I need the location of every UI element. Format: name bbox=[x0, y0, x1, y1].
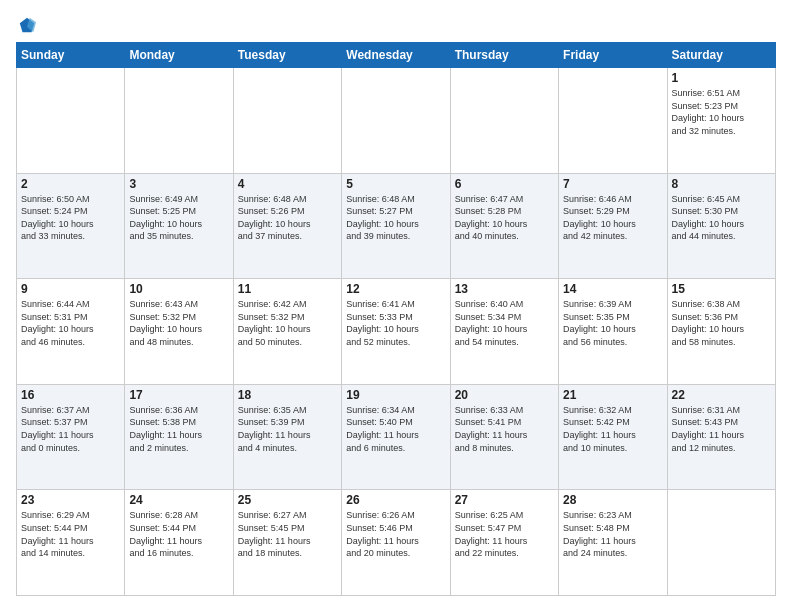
header bbox=[16, 16, 776, 34]
day-info: Sunrise: 6:33 AM Sunset: 5:41 PM Dayligh… bbox=[455, 404, 554, 454]
calendar-cell: 8Sunrise: 6:45 AM Sunset: 5:30 PM Daylig… bbox=[667, 173, 775, 279]
calendar-cell: 28Sunrise: 6:23 AM Sunset: 5:48 PM Dayli… bbox=[559, 490, 667, 596]
calendar-cell: 21Sunrise: 6:32 AM Sunset: 5:42 PM Dayli… bbox=[559, 384, 667, 490]
day-number: 10 bbox=[129, 282, 228, 296]
calendar-cell: 11Sunrise: 6:42 AM Sunset: 5:32 PM Dayli… bbox=[233, 279, 341, 385]
day-info: Sunrise: 6:49 AM Sunset: 5:25 PM Dayligh… bbox=[129, 193, 228, 243]
day-number: 2 bbox=[21, 177, 120, 191]
calendar-cell bbox=[17, 68, 125, 174]
day-number: 24 bbox=[129, 493, 228, 507]
day-info: Sunrise: 6:26 AM Sunset: 5:46 PM Dayligh… bbox=[346, 509, 445, 559]
day-number: 14 bbox=[563, 282, 662, 296]
weekday-header-sunday: Sunday bbox=[17, 43, 125, 68]
calendar-cell: 10Sunrise: 6:43 AM Sunset: 5:32 PM Dayli… bbox=[125, 279, 233, 385]
day-number: 21 bbox=[563, 388, 662, 402]
day-info: Sunrise: 6:34 AM Sunset: 5:40 PM Dayligh… bbox=[346, 404, 445, 454]
calendar-cell bbox=[342, 68, 450, 174]
day-number: 20 bbox=[455, 388, 554, 402]
day-info: Sunrise: 6:25 AM Sunset: 5:47 PM Dayligh… bbox=[455, 509, 554, 559]
weekday-header-saturday: Saturday bbox=[667, 43, 775, 68]
logo bbox=[16, 16, 36, 34]
day-info: Sunrise: 6:37 AM Sunset: 5:37 PM Dayligh… bbox=[21, 404, 120, 454]
page: SundayMondayTuesdayWednesdayThursdayFrid… bbox=[0, 0, 792, 612]
weekday-header-monday: Monday bbox=[125, 43, 233, 68]
day-info: Sunrise: 6:27 AM Sunset: 5:45 PM Dayligh… bbox=[238, 509, 337, 559]
calendar-week-row: 1Sunrise: 6:51 AM Sunset: 5:23 PM Daylig… bbox=[17, 68, 776, 174]
day-number: 12 bbox=[346, 282, 445, 296]
day-number: 4 bbox=[238, 177, 337, 191]
logo-icon bbox=[18, 16, 36, 34]
calendar-cell: 22Sunrise: 6:31 AM Sunset: 5:43 PM Dayli… bbox=[667, 384, 775, 490]
day-number: 3 bbox=[129, 177, 228, 191]
day-info: Sunrise: 6:50 AM Sunset: 5:24 PM Dayligh… bbox=[21, 193, 120, 243]
day-number: 5 bbox=[346, 177, 445, 191]
day-number: 7 bbox=[563, 177, 662, 191]
calendar-cell: 9Sunrise: 6:44 AM Sunset: 5:31 PM Daylig… bbox=[17, 279, 125, 385]
day-info: Sunrise: 6:28 AM Sunset: 5:44 PM Dayligh… bbox=[129, 509, 228, 559]
day-info: Sunrise: 6:31 AM Sunset: 5:43 PM Dayligh… bbox=[672, 404, 771, 454]
day-number: 1 bbox=[672, 71, 771, 85]
day-info: Sunrise: 6:41 AM Sunset: 5:33 PM Dayligh… bbox=[346, 298, 445, 348]
weekday-header-wednesday: Wednesday bbox=[342, 43, 450, 68]
day-number: 18 bbox=[238, 388, 337, 402]
day-number: 25 bbox=[238, 493, 337, 507]
day-number: 22 bbox=[672, 388, 771, 402]
day-info: Sunrise: 6:40 AM Sunset: 5:34 PM Dayligh… bbox=[455, 298, 554, 348]
calendar-cell bbox=[233, 68, 341, 174]
day-number: 28 bbox=[563, 493, 662, 507]
calendar-week-row: 2Sunrise: 6:50 AM Sunset: 5:24 PM Daylig… bbox=[17, 173, 776, 279]
calendar-cell: 27Sunrise: 6:25 AM Sunset: 5:47 PM Dayli… bbox=[450, 490, 558, 596]
day-info: Sunrise: 6:47 AM Sunset: 5:28 PM Dayligh… bbox=[455, 193, 554, 243]
day-info: Sunrise: 6:29 AM Sunset: 5:44 PM Dayligh… bbox=[21, 509, 120, 559]
day-number: 8 bbox=[672, 177, 771, 191]
calendar-cell bbox=[667, 490, 775, 596]
calendar-cell: 19Sunrise: 6:34 AM Sunset: 5:40 PM Dayli… bbox=[342, 384, 450, 490]
calendar-table: SundayMondayTuesdayWednesdayThursdayFrid… bbox=[16, 42, 776, 596]
day-info: Sunrise: 6:45 AM Sunset: 5:30 PM Dayligh… bbox=[672, 193, 771, 243]
calendar-cell: 4Sunrise: 6:48 AM Sunset: 5:26 PM Daylig… bbox=[233, 173, 341, 279]
calendar-cell: 17Sunrise: 6:36 AM Sunset: 5:38 PM Dayli… bbox=[125, 384, 233, 490]
day-info: Sunrise: 6:35 AM Sunset: 5:39 PM Dayligh… bbox=[238, 404, 337, 454]
day-number: 15 bbox=[672, 282, 771, 296]
calendar-cell: 5Sunrise: 6:48 AM Sunset: 5:27 PM Daylig… bbox=[342, 173, 450, 279]
day-number: 27 bbox=[455, 493, 554, 507]
calendar-cell: 16Sunrise: 6:37 AM Sunset: 5:37 PM Dayli… bbox=[17, 384, 125, 490]
weekday-header-row: SundayMondayTuesdayWednesdayThursdayFrid… bbox=[17, 43, 776, 68]
calendar-cell bbox=[559, 68, 667, 174]
day-info: Sunrise: 6:32 AM Sunset: 5:42 PM Dayligh… bbox=[563, 404, 662, 454]
weekday-header-thursday: Thursday bbox=[450, 43, 558, 68]
day-number: 6 bbox=[455, 177, 554, 191]
day-info: Sunrise: 6:42 AM Sunset: 5:32 PM Dayligh… bbox=[238, 298, 337, 348]
day-info: Sunrise: 6:36 AM Sunset: 5:38 PM Dayligh… bbox=[129, 404, 228, 454]
day-info: Sunrise: 6:46 AM Sunset: 5:29 PM Dayligh… bbox=[563, 193, 662, 243]
day-number: 23 bbox=[21, 493, 120, 507]
day-number: 9 bbox=[21, 282, 120, 296]
weekday-header-tuesday: Tuesday bbox=[233, 43, 341, 68]
day-info: Sunrise: 6:48 AM Sunset: 5:26 PM Dayligh… bbox=[238, 193, 337, 243]
calendar-week-row: 23Sunrise: 6:29 AM Sunset: 5:44 PM Dayli… bbox=[17, 490, 776, 596]
calendar-week-row: 9Sunrise: 6:44 AM Sunset: 5:31 PM Daylig… bbox=[17, 279, 776, 385]
day-info: Sunrise: 6:48 AM Sunset: 5:27 PM Dayligh… bbox=[346, 193, 445, 243]
calendar-cell: 2Sunrise: 6:50 AM Sunset: 5:24 PM Daylig… bbox=[17, 173, 125, 279]
calendar-cell: 14Sunrise: 6:39 AM Sunset: 5:35 PM Dayli… bbox=[559, 279, 667, 385]
calendar-cell bbox=[125, 68, 233, 174]
day-info: Sunrise: 6:51 AM Sunset: 5:23 PM Dayligh… bbox=[672, 87, 771, 137]
calendar-cell: 25Sunrise: 6:27 AM Sunset: 5:45 PM Dayli… bbox=[233, 490, 341, 596]
day-number: 26 bbox=[346, 493, 445, 507]
day-info: Sunrise: 6:38 AM Sunset: 5:36 PM Dayligh… bbox=[672, 298, 771, 348]
day-info: Sunrise: 6:23 AM Sunset: 5:48 PM Dayligh… bbox=[563, 509, 662, 559]
day-number: 11 bbox=[238, 282, 337, 296]
day-info: Sunrise: 6:39 AM Sunset: 5:35 PM Dayligh… bbox=[563, 298, 662, 348]
calendar-cell: 6Sunrise: 6:47 AM Sunset: 5:28 PM Daylig… bbox=[450, 173, 558, 279]
day-number: 19 bbox=[346, 388, 445, 402]
weekday-header-friday: Friday bbox=[559, 43, 667, 68]
day-info: Sunrise: 6:43 AM Sunset: 5:32 PM Dayligh… bbox=[129, 298, 228, 348]
calendar-cell: 1Sunrise: 6:51 AM Sunset: 5:23 PM Daylig… bbox=[667, 68, 775, 174]
calendar-cell: 12Sunrise: 6:41 AM Sunset: 5:33 PM Dayli… bbox=[342, 279, 450, 385]
day-number: 16 bbox=[21, 388, 120, 402]
calendar-cell: 13Sunrise: 6:40 AM Sunset: 5:34 PM Dayli… bbox=[450, 279, 558, 385]
day-number: 17 bbox=[129, 388, 228, 402]
calendar-cell: 3Sunrise: 6:49 AM Sunset: 5:25 PM Daylig… bbox=[125, 173, 233, 279]
calendar-cell: 20Sunrise: 6:33 AM Sunset: 5:41 PM Dayli… bbox=[450, 384, 558, 490]
calendar-cell: 7Sunrise: 6:46 AM Sunset: 5:29 PM Daylig… bbox=[559, 173, 667, 279]
